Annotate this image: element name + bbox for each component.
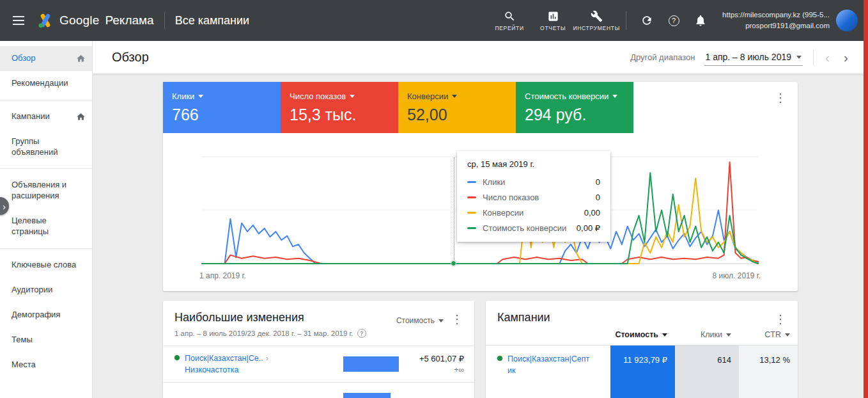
- status-dot: [497, 356, 502, 361]
- account-info[interactable]: https://milescompany.kz (995-5... prospo…: [722, 10, 830, 31]
- metric-clicks[interactable]: Клики 766: [163, 82, 281, 133]
- hover-point: [451, 260, 456, 266]
- hover-guideline: [454, 157, 454, 264]
- help-icon: ?: [669, 15, 679, 26]
- sidebar-item-campaigns[interactable]: Кампании: [0, 104, 92, 129]
- tooltip-row: Число показов 0: [467, 189, 600, 205]
- sidebar: Обзор Рекомендации Кампании Группы объяв…: [0, 41, 93, 398]
- campaign-link[interactable]: Поиск|Казахстан|Септ ик: [508, 353, 589, 398]
- x-axis-end-label: 8 июл. 2019 г.: [713, 271, 761, 280]
- date-range-pager: ‹ ›: [813, 49, 852, 65]
- help-button[interactable]: ?: [661, 8, 686, 33]
- goto-button[interactable]: ПЕРЕЙТИ: [488, 8, 531, 34]
- change-row[interactable]: [163, 382, 474, 398]
- chevron-down-icon: [452, 95, 457, 98]
- metric-value: 52,00: [407, 106, 507, 124]
- metric-selector[interactable]: Стоимость: [396, 316, 444, 325]
- help-icon[interactable]: ?: [357, 329, 366, 338]
- table-row[interactable]: Поиск|Казахстан|Септ ик 11 923,79 ₽ 614 …: [486, 346, 798, 398]
- campaign-link[interactable]: Поиск|Казахстан|Се..: [185, 353, 263, 364]
- menu-button[interactable]: [0, 0, 37, 41]
- biggest-changes-card: Наибольшие изменения 1 апр. – 8 июль 201…: [163, 301, 474, 398]
- sidebar-item-ad-groups[interactable]: Группы объявлений: [0, 129, 92, 165]
- account-url: https://milescompany.kz (995-5...: [722, 10, 830, 20]
- overview-card-menu-button[interactable]: ⋮: [771, 90, 790, 106]
- sidebar-item-demographics[interactable]: Демография: [0, 303, 92, 328]
- clicks-cell: 614: [675, 346, 739, 398]
- metric-impressions[interactable]: Число показов 15,3 тыс.: [281, 82, 398, 133]
- divider: [0, 168, 92, 169]
- sidebar-item-audiences[interactable]: Аудитории: [0, 278, 92, 303]
- next-range-button[interactable]: ›: [840, 49, 852, 65]
- divider: [0, 100, 92, 100]
- metric-label: Стоимость конверсии: [525, 92, 608, 101]
- cost-cell: 11 923,79 ₽: [610, 346, 675, 398]
- chevron-down-icon: [350, 95, 355, 98]
- sidebar-item-recommendations[interactable]: Рекомендации: [0, 71, 92, 96]
- topbar-actions: ПЕРЕЙТИ ОТЧЕТЫ ИНСТРУМЕНТЫ: [488, 8, 618, 34]
- tooltip-label: Стоимость конверсии: [483, 223, 566, 233]
- sidebar-item-keywords[interactable]: Ключевые слова: [0, 253, 92, 278]
- range-label: Другой диапазон: [630, 52, 695, 62]
- change-row[interactable]: Поиск|Казахстан|Се.. › Низкочастотка +5 …: [163, 346, 474, 382]
- reports-button[interactable]: ОТЧЕТЫ: [531, 8, 575, 34]
- bell-icon: [694, 14, 707, 27]
- changes-card-menu-button[interactable]: ⋮: [447, 311, 467, 328]
- divider: [0, 248, 92, 249]
- series-swatch: [467, 196, 476, 198]
- campaigns-card-menu-button[interactable]: ⋮: [771, 311, 790, 328]
- change-bar: [343, 393, 391, 398]
- series-swatch: [467, 227, 476, 229]
- x-axis-start-label: 1 апр. 2019 г.: [199, 271, 246, 280]
- sidebar-item-placements[interactable]: Места: [0, 353, 92, 378]
- page-title: Обзор: [112, 50, 149, 65]
- adgroup-link[interactable]: Низкочастотка: [185, 364, 268, 376]
- chevron-down-icon: [438, 319, 444, 322]
- column-header-cost[interactable]: Стоимость: [610, 330, 675, 339]
- divider: [164, 12, 165, 29]
- tooltip-value: 0: [596, 177, 600, 187]
- sidebar-item-overview[interactable]: Обзор: [0, 46, 92, 71]
- refresh-icon: [640, 14, 653, 27]
- tooltip-row: Конверсии 0,00: [467, 205, 600, 220]
- refresh-button[interactable]: [634, 8, 660, 33]
- column-header-clicks[interactable]: Клики: [675, 330, 739, 339]
- date-range-select[interactable]: 1 апр. – 8 июль 2019: [704, 49, 803, 66]
- avatar[interactable]: [836, 10, 858, 31]
- tools-button[interactable]: ИНСТРУМЕНТЫ: [575, 8, 618, 34]
- account-email: prosport9191@gmail.com: [722, 20, 830, 31]
- prev-range-button[interactable]: ‹: [821, 49, 833, 65]
- sidebar-item-topics[interactable]: Темы: [0, 328, 92, 353]
- sidebar-item-landing-pages[interactable]: Целевые страницы: [0, 209, 92, 244]
- change-percent: +∞: [411, 365, 464, 374]
- status-dot: [174, 355, 180, 360]
- page-header: Обзор Другой диапазон 1 апр. – 8 июль 20…: [93, 41, 864, 74]
- overview-card: Клики 766 Число показов 15,3 тыс. Конвер…: [163, 82, 798, 291]
- bar-chart-icon: [547, 10, 559, 22]
- top-app-bar: Google Реклама Все кампании ПЕРЕЙТИ ОТЧЕ…: [0, 0, 868, 41]
- notifications-button[interactable]: [688, 8, 713, 33]
- tooltip-value: 0,00: [584, 208, 600, 218]
- home-icon: [76, 54, 86, 63]
- campaigns-card: Кампании ⋮ Стоимость Клики CTR Поиск|Ка: [486, 301, 798, 398]
- column-header-ctr[interactable]: CTR: [739, 330, 798, 339]
- metric-conversions[interactable]: Конверсии 52,00: [398, 82, 516, 133]
- tooltip-value: 0,00 ₽: [577, 223, 600, 233]
- metric-label: Число показов: [290, 92, 346, 101]
- tools-label: ИНСТРУМЕНТЫ: [573, 25, 619, 31]
- chevron-right-icon: ›: [3, 201, 6, 212]
- ads-logo-icon: [37, 12, 54, 29]
- tooltip-row: Стоимость конверсии 0,00 ₽: [467, 220, 600, 235]
- google-ads-logo[interactable]: Google Реклама: [37, 12, 154, 29]
- reports-label: ОТЧЕТЫ: [540, 25, 566, 31]
- metric-cost-per-conversion[interactable]: Стоимость конверсии 294 руб.: [516, 82, 633, 133]
- metric-label: Клики: [172, 92, 194, 101]
- goto-label: ПЕРЕЙТИ: [495, 25, 523, 31]
- metric-cards: Клики 766 Число показов 15,3 тыс. Конвер…: [163, 82, 798, 133]
- tooltip-row: Клики 0: [467, 174, 600, 189]
- sidebar-item-ads-extensions[interactable]: Объявления и расширения: [0, 173, 92, 209]
- change-value: +5 601,07 ₽: [411, 354, 464, 363]
- chevron-down-icon: [612, 95, 617, 98]
- tooltip-label: Число показов: [483, 193, 539, 202]
- chevron-down-icon: [662, 333, 667, 337]
